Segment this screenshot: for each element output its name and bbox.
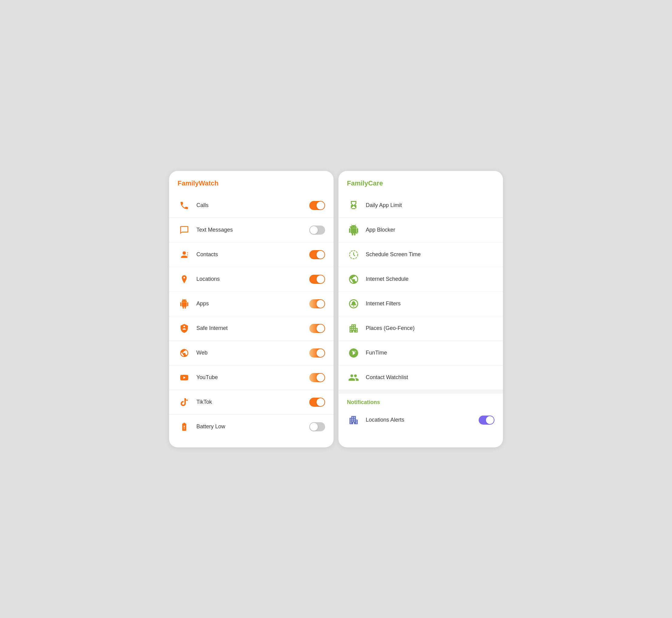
funtime-icon: time (347, 346, 360, 360)
schedule-screen-time-label: Schedule Screen Time (366, 251, 494, 258)
notifications-title: Notifications (338, 394, 503, 408)
youtube-label: YouTube (196, 374, 304, 381)
list-item-internet-schedule[interactable]: Internet Schedule (338, 267, 503, 292)
list-item-contacts[interactable]: Contacts (169, 242, 334, 267)
apps-label: Apps (196, 301, 304, 307)
list-item-battery-low[interactable]: Battery Low (169, 415, 334, 439)
globe-filter-icon (347, 297, 360, 311)
tiktok-toggle[interactable] (309, 398, 325, 407)
list-item-schedule-screen-time[interactable]: Schedule Screen Time (338, 242, 503, 267)
list-item-app-blocker[interactable]: App Blocker (338, 218, 503, 242)
building-icon (347, 322, 360, 335)
locations-alerts-building-icon (347, 413, 360, 427)
daily-app-limit-label: Daily App Limit (366, 202, 494, 209)
familywatch-title: FamilyWatch (169, 179, 334, 193)
list-item-daily-app-limit[interactable]: Daily App Limit (338, 193, 503, 218)
contacts-group-icon (347, 371, 360, 384)
globe-icon (178, 346, 191, 360)
contacts-label: Contacts (196, 251, 304, 258)
text-messages-label: Text Messages (196, 227, 304, 233)
locations-alerts-label: Locations Alerts (366, 417, 473, 423)
list-item-internet-filters[interactable]: Internet Filters (338, 292, 503, 316)
list-item-text-messages[interactable]: Text Messages (169, 218, 334, 242)
android-block-icon (347, 223, 360, 237)
list-item-locations[interactable]: Locations (169, 267, 334, 292)
calls-toggle[interactable] (309, 201, 325, 210)
places-geo-fence-label: Places (Geo-Fence) (366, 325, 494, 331)
app-blocker-label: App Blocker (366, 227, 494, 233)
clock-icon (347, 248, 360, 261)
hourglass-icon (347, 199, 360, 212)
internet-schedule-label: Internet Schedule (366, 276, 494, 282)
locations-toggle[interactable] (309, 275, 325, 284)
locations-alerts-toggle[interactable] (479, 416, 494, 425)
list-item-youtube[interactable]: YouTube (169, 366, 334, 390)
globe-clock-icon (347, 273, 360, 286)
familycare-title: FamilyCare (338, 179, 503, 193)
list-item-places-geo-fence[interactable]: Places (Geo-Fence) (338, 316, 503, 341)
battery-icon (178, 420, 191, 433)
calls-label: Calls (196, 202, 304, 209)
safe-internet-label: Safe Internet (196, 325, 304, 331)
list-item-funtime[interactable]: time FunTime (338, 341, 503, 366)
safe-internet-toggle[interactable] (309, 324, 325, 333)
battery-low-toggle[interactable] (309, 422, 325, 431)
shield-globe-icon (178, 322, 191, 335)
android-icon (178, 297, 191, 311)
list-item-calls[interactable]: Calls (169, 193, 334, 218)
web-toggle[interactable] (309, 348, 325, 357)
locations-label: Locations (196, 276, 304, 282)
internet-filters-label: Internet Filters (366, 301, 494, 307)
funtime-label: FunTime (366, 350, 494, 356)
list-item-tiktok[interactable]: TikTok (169, 390, 334, 415)
web-label: Web (196, 350, 304, 356)
svg-text:time: time (352, 350, 356, 353)
text-messages-toggle[interactable] (309, 225, 325, 235)
list-item-apps[interactable]: Apps (169, 292, 334, 316)
svg-rect-0 (187, 252, 188, 253)
section-divider (338, 390, 503, 394)
list-item-contact-watchlist[interactable]: Contact Watchlist (338, 366, 503, 390)
tiktok-label: TikTok (196, 399, 304, 405)
list-item-safe-internet[interactable]: Safe Internet (169, 316, 334, 341)
contacts-toggle[interactable] (309, 250, 325, 259)
contact-watchlist-label: Contact Watchlist (366, 374, 494, 381)
svg-rect-2 (187, 255, 188, 256)
familycare-panel: FamilyCare Daily App Limit App Blocker S… (338, 171, 503, 447)
phone-icon (178, 199, 191, 212)
battery-low-label: Battery Low (196, 423, 304, 430)
familywatch-panel: FamilyWatch Calls Text Messages Contacts (169, 171, 334, 447)
screen-container: FamilyWatch Calls Text Messages Contacts (169, 171, 503, 447)
tiktok-icon (178, 396, 191, 409)
youtube-icon (178, 371, 191, 384)
list-item-web[interactable]: Web (169, 341, 334, 366)
apps-toggle[interactable] (309, 299, 325, 308)
contacts-icon (178, 248, 191, 261)
svg-rect-1 (187, 254, 188, 255)
list-item-locations-alerts[interactable]: Locations Alerts (338, 408, 503, 432)
location-icon (178, 273, 191, 286)
youtube-toggle[interactable] (309, 373, 325, 382)
message-icon (178, 223, 191, 237)
